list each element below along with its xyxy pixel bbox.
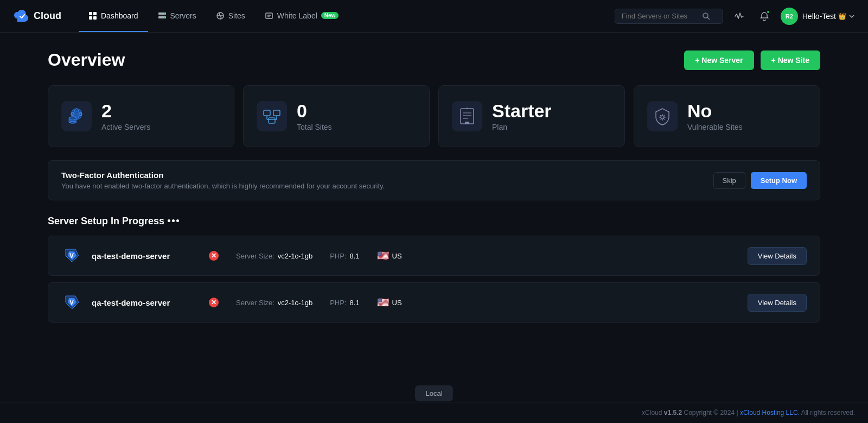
svg-point-33	[661, 116, 664, 119]
navbar-right: R2 Hello-Test 👑	[615, 8, 855, 25]
footer-text: xCloud v1.5.2 Copyright © 2024 | xCloud …	[642, 409, 855, 416]
overview-header: Overview + New Server + New Site	[48, 50, 820, 70]
setup-now-button[interactable]: Setup Now	[751, 172, 807, 189]
local-badge: Local	[415, 386, 452, 401]
logo-text: Cloud	[34, 10, 61, 22]
footer-company-link[interactable]: xCloud Hosting LLC.	[740, 409, 800, 416]
progress-indicator	[168, 219, 179, 223]
vulnerable-value: No	[687, 101, 742, 121]
navbar: Cloud Dashboard Servers Sites White Labe…	[0, 0, 868, 33]
new-server-button[interactable]: + New Server	[684, 50, 754, 70]
svg-rect-21	[273, 110, 280, 116]
new-site-button[interactable]: + New Site	[761, 50, 820, 70]
active-servers-value: 2	[101, 101, 150, 121]
svg-point-7	[164, 17, 165, 18]
dot-1	[168, 219, 170, 222]
stat-card-plan: Starter Plan	[438, 85, 625, 147]
server-2-php: PHP: 8.1	[330, 299, 359, 307]
vultr-logo-1: V	[61, 245, 83, 267]
view-details-1-button[interactable]: View Details	[748, 247, 807, 265]
svg-rect-2	[89, 16, 92, 20]
vultr-logo-2: V	[61, 292, 83, 313]
tfa-title: Two-Factor Authentication	[61, 171, 385, 180]
search-bar[interactable]	[615, 9, 723, 24]
header-actions: + New Server + New Site	[684, 50, 820, 70]
server-section-title: Server Setup In Progress	[48, 216, 820, 227]
svg-rect-31	[465, 122, 469, 124]
tfa-actions: Skip Setup Now	[713, 172, 807, 189]
svg-text:V: V	[69, 252, 74, 260]
tfa-text: Two-Factor Authentication You have not e…	[61, 171, 385, 190]
active-servers-icon	[61, 101, 92, 131]
svg-rect-0	[89, 12, 92, 15]
notification-dot	[766, 10, 770, 14]
skip-button[interactable]: Skip	[713, 172, 745, 189]
svg-rect-9	[266, 13, 272, 18]
logo[interactable]: Cloud	[13, 8, 61, 25]
svg-point-19	[69, 117, 76, 120]
server-1-php: PHP: 8.1	[330, 252, 359, 260]
nav-item-servers[interactable]: Servers	[148, 0, 206, 32]
server-1-meta: Server Size: vc2-1c-1gb PHP: 8.1 🇺🇸 US	[236, 250, 739, 262]
stat-card-active-servers: 2 Active Servers	[48, 85, 234, 147]
svg-rect-3	[93, 16, 97, 20]
stat-card-vulnerable: No Vulnerable Sites	[634, 85, 820, 147]
plan-label: Plan	[492, 123, 552, 131]
flag-icon-2: 🇺🇸	[377, 296, 389, 308]
nav-item-dashboard[interactable]: Dashboard	[79, 0, 148, 32]
server-row-1: V qa-test-demo-server ✕ Server Size: vc2…	[48, 236, 820, 276]
svg-rect-1	[93, 12, 97, 15]
stat-cards: 2 Active Servers 0 Total Sites	[48, 85, 820, 147]
footer: xCloud v1.5.2 Copyright © 2024 | xCloud …	[0, 402, 868, 423]
stat-card-total-sites: 0 Total Sites	[243, 85, 430, 147]
vulnerable-icon	[647, 101, 678, 131]
server-1-size: Server Size: vc2-1c-1gb	[236, 252, 312, 260]
plan-icon	[452, 101, 482, 131]
svg-text:V: V	[69, 299, 74, 306]
svg-rect-20	[264, 110, 270, 116]
server-1-name: qa-test-demo-server	[92, 251, 200, 261]
search-input[interactable]	[622, 12, 698, 20]
crown-icon: 👑	[838, 12, 846, 20]
chevron-down-icon	[848, 13, 855, 20]
user-name: Hello-Test 👑	[802, 12, 855, 21]
server-1-error-icon: ✕	[209, 251, 219, 261]
server-2-error-icon: ✕	[209, 298, 219, 307]
server-2-meta: Server Size: vc2-1c-1gb PHP: 8.1 🇺🇸 US	[236, 296, 739, 308]
server-2-name: qa-test-demo-server	[92, 298, 200, 307]
stat-text-total-sites: 0 Total Sites	[297, 101, 332, 131]
vulnerable-label: Vulnerable Sites	[687, 123, 742, 131]
total-sites-label: Total Sites	[297, 123, 332, 131]
tfa-banner: Two-Factor Authentication You have not e…	[48, 160, 820, 200]
white-label-badge: New	[321, 12, 339, 19]
total-sites-icon	[257, 101, 287, 131]
server-row-2: V qa-test-demo-server ✕ Server Size: vc2…	[48, 282, 820, 323]
nav-item-sites[interactable]: Sites	[206, 0, 255, 32]
nav-label-sites: Sites	[228, 11, 245, 20]
stat-text-vulnerable: No Vulnerable Sites	[687, 101, 742, 131]
stat-text-plan: Starter Plan	[492, 101, 552, 131]
activity-button[interactable]	[731, 8, 748, 25]
nav-menu: Dashboard Servers Sites White Label New	[79, 0, 348, 32]
active-servers-label: Active Servers	[101, 123, 150, 131]
footer-version: v1.5.2	[664, 409, 682, 416]
svg-point-6	[164, 13, 165, 14]
server-2-size: Server Size: vc2-1c-1gb	[236, 299, 312, 307]
server-2-region: 🇺🇸 US	[377, 296, 402, 308]
avatar: R2	[781, 8, 798, 25]
dot-3	[176, 219, 179, 222]
nav-item-white-label[interactable]: White Label New	[255, 0, 349, 32]
svg-rect-22	[269, 118, 275, 123]
view-details-2-button[interactable]: View Details	[748, 294, 807, 312]
user-menu[interactable]: R2 Hello-Test 👑	[781, 8, 855, 25]
plan-value: Starter	[492, 101, 552, 121]
total-sites-value: 0	[297, 101, 332, 121]
main-content: Overview + New Server + New Site	[0, 33, 868, 351]
notification-button[interactable]	[756, 8, 773, 25]
page-title: Overview	[48, 50, 125, 70]
search-icon	[702, 12, 711, 21]
nav-label-servers: Servers	[170, 11, 196, 20]
flag-icon-1: 🇺🇸	[377, 250, 389, 262]
svg-rect-27	[461, 109, 474, 124]
dot-2	[172, 219, 175, 222]
